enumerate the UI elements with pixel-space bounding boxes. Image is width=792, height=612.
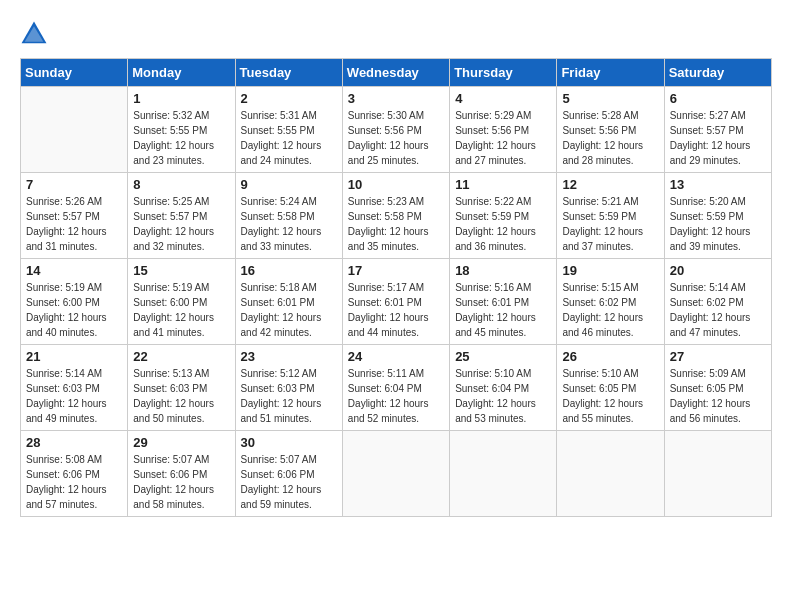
day-cell: 7Sunrise: 5:26 AMSunset: 5:57 PMDaylight… bbox=[21, 173, 128, 259]
day-cell: 19Sunrise: 5:15 AMSunset: 6:02 PMDayligh… bbox=[557, 259, 664, 345]
day-info: Sunrise: 5:14 AMSunset: 6:02 PMDaylight:… bbox=[670, 280, 766, 340]
day-info: Sunrise: 5:32 AMSunset: 5:55 PMDaylight:… bbox=[133, 108, 229, 168]
day-number: 25 bbox=[455, 349, 551, 364]
day-info: Sunrise: 5:19 AMSunset: 6:00 PMDaylight:… bbox=[133, 280, 229, 340]
day-number: 26 bbox=[562, 349, 658, 364]
day-info: Sunrise: 5:23 AMSunset: 5:58 PMDaylight:… bbox=[348, 194, 444, 254]
day-info: Sunrise: 5:21 AMSunset: 5:59 PMDaylight:… bbox=[562, 194, 658, 254]
page-header bbox=[20, 20, 772, 48]
day-info: Sunrise: 5:12 AMSunset: 6:03 PMDaylight:… bbox=[241, 366, 337, 426]
header-monday: Monday bbox=[128, 59, 235, 87]
day-cell: 23Sunrise: 5:12 AMSunset: 6:03 PMDayligh… bbox=[235, 345, 342, 431]
day-cell: 27Sunrise: 5:09 AMSunset: 6:05 PMDayligh… bbox=[664, 345, 771, 431]
day-cell: 9Sunrise: 5:24 AMSunset: 5:58 PMDaylight… bbox=[235, 173, 342, 259]
day-cell: 5Sunrise: 5:28 AMSunset: 5:56 PMDaylight… bbox=[557, 87, 664, 173]
day-cell bbox=[450, 431, 557, 517]
header-tuesday: Tuesday bbox=[235, 59, 342, 87]
day-cell: 14Sunrise: 5:19 AMSunset: 6:00 PMDayligh… bbox=[21, 259, 128, 345]
day-cell: 18Sunrise: 5:16 AMSunset: 6:01 PMDayligh… bbox=[450, 259, 557, 345]
week-row-5: 28Sunrise: 5:08 AMSunset: 6:06 PMDayligh… bbox=[21, 431, 772, 517]
calendar-table: SundayMondayTuesdayWednesdayThursdayFrid… bbox=[20, 58, 772, 517]
day-info: Sunrise: 5:31 AMSunset: 5:55 PMDaylight:… bbox=[241, 108, 337, 168]
day-info: Sunrise: 5:26 AMSunset: 5:57 PMDaylight:… bbox=[26, 194, 122, 254]
day-info: Sunrise: 5:16 AMSunset: 6:01 PMDaylight:… bbox=[455, 280, 551, 340]
day-cell: 11Sunrise: 5:22 AMSunset: 5:59 PMDayligh… bbox=[450, 173, 557, 259]
day-number: 29 bbox=[133, 435, 229, 450]
day-cell: 6Sunrise: 5:27 AMSunset: 5:57 PMDaylight… bbox=[664, 87, 771, 173]
logo bbox=[20, 20, 52, 48]
day-cell: 21Sunrise: 5:14 AMSunset: 6:03 PMDayligh… bbox=[21, 345, 128, 431]
day-cell: 17Sunrise: 5:17 AMSunset: 6:01 PMDayligh… bbox=[342, 259, 449, 345]
day-cell: 28Sunrise: 5:08 AMSunset: 6:06 PMDayligh… bbox=[21, 431, 128, 517]
day-info: Sunrise: 5:19 AMSunset: 6:00 PMDaylight:… bbox=[26, 280, 122, 340]
day-cell: 24Sunrise: 5:11 AMSunset: 6:04 PMDayligh… bbox=[342, 345, 449, 431]
day-number: 17 bbox=[348, 263, 444, 278]
day-number: 23 bbox=[241, 349, 337, 364]
day-number: 10 bbox=[348, 177, 444, 192]
day-number: 30 bbox=[241, 435, 337, 450]
day-cell: 30Sunrise: 5:07 AMSunset: 6:06 PMDayligh… bbox=[235, 431, 342, 517]
header-saturday: Saturday bbox=[664, 59, 771, 87]
header-thursday: Thursday bbox=[450, 59, 557, 87]
day-number: 5 bbox=[562, 91, 658, 106]
day-number: 18 bbox=[455, 263, 551, 278]
day-number: 6 bbox=[670, 91, 766, 106]
day-info: Sunrise: 5:17 AMSunset: 6:01 PMDaylight:… bbox=[348, 280, 444, 340]
day-info: Sunrise: 5:18 AMSunset: 6:01 PMDaylight:… bbox=[241, 280, 337, 340]
day-info: Sunrise: 5:07 AMSunset: 6:06 PMDaylight:… bbox=[241, 452, 337, 512]
day-cell bbox=[21, 87, 128, 173]
day-number: 14 bbox=[26, 263, 122, 278]
day-cell: 13Sunrise: 5:20 AMSunset: 5:59 PMDayligh… bbox=[664, 173, 771, 259]
day-cell: 3Sunrise: 5:30 AMSunset: 5:56 PMDaylight… bbox=[342, 87, 449, 173]
day-cell: 15Sunrise: 5:19 AMSunset: 6:00 PMDayligh… bbox=[128, 259, 235, 345]
day-number: 27 bbox=[670, 349, 766, 364]
day-info: Sunrise: 5:10 AMSunset: 6:04 PMDaylight:… bbox=[455, 366, 551, 426]
day-number: 12 bbox=[562, 177, 658, 192]
day-info: Sunrise: 5:28 AMSunset: 5:56 PMDaylight:… bbox=[562, 108, 658, 168]
day-cell: 8Sunrise: 5:25 AMSunset: 5:57 PMDaylight… bbox=[128, 173, 235, 259]
day-cell: 10Sunrise: 5:23 AMSunset: 5:58 PMDayligh… bbox=[342, 173, 449, 259]
day-info: Sunrise: 5:22 AMSunset: 5:59 PMDaylight:… bbox=[455, 194, 551, 254]
day-cell: 29Sunrise: 5:07 AMSunset: 6:06 PMDayligh… bbox=[128, 431, 235, 517]
day-info: Sunrise: 5:13 AMSunset: 6:03 PMDaylight:… bbox=[133, 366, 229, 426]
week-row-3: 14Sunrise: 5:19 AMSunset: 6:00 PMDayligh… bbox=[21, 259, 772, 345]
day-cell: 1Sunrise: 5:32 AMSunset: 5:55 PMDaylight… bbox=[128, 87, 235, 173]
day-number: 9 bbox=[241, 177, 337, 192]
day-cell: 12Sunrise: 5:21 AMSunset: 5:59 PMDayligh… bbox=[557, 173, 664, 259]
day-info: Sunrise: 5:10 AMSunset: 6:05 PMDaylight:… bbox=[562, 366, 658, 426]
day-info: Sunrise: 5:24 AMSunset: 5:58 PMDaylight:… bbox=[241, 194, 337, 254]
day-cell bbox=[664, 431, 771, 517]
day-number: 1 bbox=[133, 91, 229, 106]
day-number: 2 bbox=[241, 91, 337, 106]
day-cell bbox=[557, 431, 664, 517]
day-info: Sunrise: 5:27 AMSunset: 5:57 PMDaylight:… bbox=[670, 108, 766, 168]
day-cell: 22Sunrise: 5:13 AMSunset: 6:03 PMDayligh… bbox=[128, 345, 235, 431]
week-row-1: 1Sunrise: 5:32 AMSunset: 5:55 PMDaylight… bbox=[21, 87, 772, 173]
day-number: 20 bbox=[670, 263, 766, 278]
day-number: 11 bbox=[455, 177, 551, 192]
day-info: Sunrise: 5:08 AMSunset: 6:06 PMDaylight:… bbox=[26, 452, 122, 512]
day-number: 24 bbox=[348, 349, 444, 364]
day-info: Sunrise: 5:29 AMSunset: 5:56 PMDaylight:… bbox=[455, 108, 551, 168]
day-info: Sunrise: 5:20 AMSunset: 5:59 PMDaylight:… bbox=[670, 194, 766, 254]
day-cell: 25Sunrise: 5:10 AMSunset: 6:04 PMDayligh… bbox=[450, 345, 557, 431]
header-sunday: Sunday bbox=[21, 59, 128, 87]
day-info: Sunrise: 5:09 AMSunset: 6:05 PMDaylight:… bbox=[670, 366, 766, 426]
day-info: Sunrise: 5:14 AMSunset: 6:03 PMDaylight:… bbox=[26, 366, 122, 426]
day-number: 16 bbox=[241, 263, 337, 278]
day-info: Sunrise: 5:25 AMSunset: 5:57 PMDaylight:… bbox=[133, 194, 229, 254]
day-number: 28 bbox=[26, 435, 122, 450]
header-wednesday: Wednesday bbox=[342, 59, 449, 87]
day-number: 21 bbox=[26, 349, 122, 364]
day-number: 7 bbox=[26, 177, 122, 192]
week-row-4: 21Sunrise: 5:14 AMSunset: 6:03 PMDayligh… bbox=[21, 345, 772, 431]
day-cell: 26Sunrise: 5:10 AMSunset: 6:05 PMDayligh… bbox=[557, 345, 664, 431]
day-number: 19 bbox=[562, 263, 658, 278]
day-number: 13 bbox=[670, 177, 766, 192]
calendar-header-row: SundayMondayTuesdayWednesdayThursdayFrid… bbox=[21, 59, 772, 87]
header-friday: Friday bbox=[557, 59, 664, 87]
day-number: 4 bbox=[455, 91, 551, 106]
day-info: Sunrise: 5:11 AMSunset: 6:04 PMDaylight:… bbox=[348, 366, 444, 426]
logo-icon bbox=[20, 20, 48, 48]
week-row-2: 7Sunrise: 5:26 AMSunset: 5:57 PMDaylight… bbox=[21, 173, 772, 259]
